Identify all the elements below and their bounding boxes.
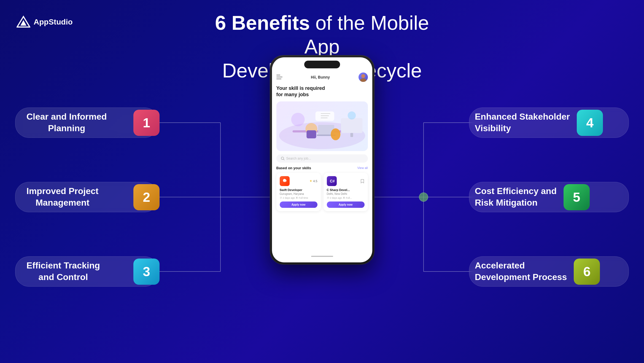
- card-5-number: 5: [564, 184, 590, 210]
- benefit-card-3: Efficient Trackingand Control 3: [15, 256, 158, 287]
- hamburger-icon: [276, 75, 282, 80]
- job-card-csharp[interactable]: C# C Sharp Devel... Delhi, New Delhi ⏱ 2…: [324, 173, 368, 211]
- svg-point-21: [360, 78, 366, 82]
- card-2-text: Improved ProjectManagement: [15, 185, 107, 208]
- illustration-svg: [276, 101, 368, 151]
- svg-rect-25: [306, 130, 316, 138]
- search-icon: [281, 157, 285, 160]
- csharp-job-location: Delhi, New Delhi: [327, 192, 365, 195]
- swift-job-title: Swift Developer: [280, 188, 317, 192]
- svg-point-20: [361, 74, 365, 78]
- phone-inner: Hii, Bunny Your skill is requiredfor man…: [272, 57, 372, 262]
- phone-hero-title: Your skill is requiredfor many jobs: [276, 85, 368, 98]
- svg-rect-19: [276, 79, 281, 79]
- benefit-card-1: Clear and InformedPlanning 1: [15, 107, 158, 138]
- card-6-number: 6: [574, 259, 600, 285]
- logo-text: AppStudio: [34, 18, 73, 26]
- svg-rect-29: [350, 133, 353, 137]
- swift-job-location: Gurugram, Haryana: [280, 192, 317, 195]
- phone-greeting: Hii, Bunny: [282, 75, 359, 79]
- svg-point-32: [331, 128, 340, 140]
- svg-rect-33: [315, 111, 334, 121]
- card-1-text: Clear and InformedPlanning: [15, 111, 115, 134]
- svg-line-38: [283, 159, 284, 160]
- card-2-number: 2: [133, 184, 160, 210]
- card-5-text: Cost Efficiency andRisk Mitigation: [469, 185, 565, 208]
- phone-illustration: [276, 101, 368, 151]
- phone-avatar: [359, 72, 368, 82]
- phone-search-bar[interactable]: Search any job...: [276, 154, 368, 163]
- svg-rect-28: [341, 118, 362, 133]
- logo: AppStudio: [17, 15, 73, 29]
- benefit-card-6: 6 AcceleratedDevelopment Process: [469, 256, 629, 287]
- csharp-job-meta: ⏱ 2 days ago ✕ Full...: [327, 197, 365, 199]
- job-card-header-csharp: C#: [327, 176, 365, 186]
- svg-rect-17: [276, 75, 280, 76]
- csharp-apply-button[interactable]: Apply now: [327, 201, 365, 208]
- swift-icon: [280, 176, 290, 186]
- search-placeholder-text: Search any job...: [286, 157, 311, 160]
- card-4-text: Enhanced StakeholderVisibility: [469, 111, 578, 134]
- swift-logo-icon: [282, 178, 287, 184]
- phone-screen: Hii, Bunny Your skill is requiredfor man…: [272, 57, 372, 262]
- title-bold: 6 Benefits: [215, 12, 310, 34]
- benefit-card-4: 4 Enhanced StakeholderVisibility: [469, 107, 629, 138]
- bookmark-icon: [360, 179, 365, 183]
- appstudio-logo-icon: [17, 15, 30, 29]
- phone-section-header: Based on your skills View all: [276, 166, 368, 170]
- swift-job-rating: ★ 4.5: [309, 179, 317, 183]
- card-3-number: 3: [133, 259, 160, 285]
- csharp-icon: C#: [327, 176, 337, 186]
- job-card-header-swift: ★ 4.5: [280, 176, 317, 186]
- csharp-job-title: C Sharp Devel...: [327, 188, 365, 192]
- section-title: Based on your skills: [276, 166, 311, 170]
- swift-apply-button[interactable]: Apply now: [280, 201, 317, 208]
- view-all-link[interactable]: View all: [357, 166, 368, 170]
- svg-point-37: [281, 157, 284, 159]
- phone-mockup: Hii, Bunny Your skill is requiredfor man…: [270, 55, 374, 265]
- phone-outer: Hii, Bunny Your skill is requiredfor man…: [270, 55, 374, 265]
- benefit-card-2: Improved ProjectManagement 2: [15, 182, 158, 212]
- card-1-number: 1: [133, 110, 160, 136]
- phone-header: Hii, Bunny: [276, 72, 368, 82]
- svg-point-30: [291, 113, 305, 126]
- card-3-text: Efficient Trackingand Control: [15, 260, 108, 283]
- card-4-number: 4: [577, 110, 603, 136]
- phone-job-list: ★ 4.5 Swift Developer Gurugram, Haryana …: [276, 173, 368, 211]
- csharp-logo-icon: C#: [329, 178, 335, 184]
- svg-point-31: [347, 111, 355, 119]
- svg-rect-18: [276, 77, 282, 77]
- svg-text:C#: C#: [330, 179, 335, 183]
- job-card-swift[interactable]: ★ 4.5 Swift Developer Gurugram, Haryana …: [276, 173, 321, 211]
- benefit-card-5: 5 Cost Efficiency andRisk Mitigation: [469, 182, 629, 212]
- card-6-text: AcceleratedDevelopment Process: [469, 260, 575, 283]
- phone-notch: [304, 61, 340, 68]
- home-indicator: [311, 256, 333, 257]
- svg-point-16: [419, 193, 428, 201]
- swift-job-meta: ⏱ 2 days ago ✕ Full time: [280, 197, 317, 199]
